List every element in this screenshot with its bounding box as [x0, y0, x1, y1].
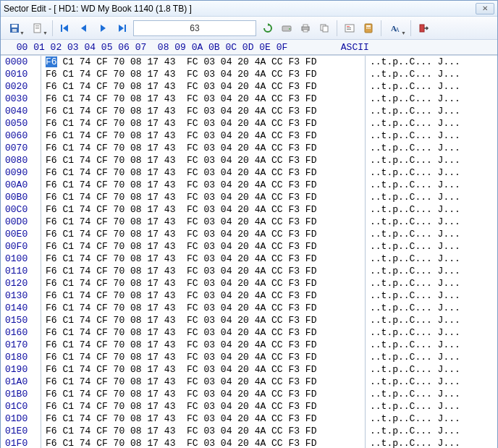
row-ascii[interactable]: ..t.p..C... J... — [366, 437, 497, 448]
row-hex-bytes[interactable]: F6 C1 74 CF 70 08 17 43 FC 03 04 20 4A C… — [41, 56, 366, 68]
hex-row[interactable]: 00B0F6 C1 74 CF 70 08 17 43 FC 03 04 20 … — [1, 191, 497, 203]
row-hex-bytes[interactable]: F6 C1 74 CF 70 08 17 43 FC 03 04 20 4A C… — [41, 363, 366, 376]
nav-prev-button[interactable] — [75, 20, 93, 37]
hex-row[interactable]: 00C0F6 C1 74 CF 70 08 17 43 FC 03 04 20 … — [1, 203, 497, 216]
row-ascii[interactable]: ..t.p..C... J... — [366, 117, 497, 130]
row-ascii[interactable]: ..t.p..C... J... — [366, 228, 497, 240]
row-hex-bytes[interactable]: F6 C1 74 CF 70 08 17 43 FC 03 04 20 4A C… — [41, 351, 366, 363]
hex-row[interactable]: 0080F6 C1 74 CF 70 08 17 43 FC 03 04 20 … — [1, 154, 497, 166]
row-hex-bytes[interactable]: F6 C1 74 CF 70 08 17 43 FC 03 04 20 4A C… — [41, 191, 366, 203]
row-ascii[interactable]: ..t.p..C... J... — [366, 56, 497, 68]
row-hex-bytes[interactable]: F6 C1 74 CF 70 08 17 43 FC 03 04 20 4A C… — [41, 117, 366, 130]
row-ascii[interactable]: ..t.p..C... J... — [366, 314, 497, 326]
row-hex-bytes[interactable]: F6 C1 74 CF 70 08 17 43 FC 03 04 20 4A C… — [41, 142, 366, 154]
row-hex-bytes[interactable]: F6 C1 74 CF 70 08 17 43 FC 03 04 20 4A C… — [41, 253, 366, 265]
row-ascii[interactable]: ..t.p..C... J... — [366, 130, 497, 142]
row-ascii[interactable]: ..t.p..C... J... — [366, 376, 497, 388]
row-ascii[interactable]: ..t.p..C... J... — [366, 80, 497, 93]
refresh-button[interactable] — [259, 20, 277, 37]
row-hex-bytes[interactable]: F6 C1 74 CF 70 08 17 43 FC 03 04 20 4A C… — [41, 425, 366, 437]
calculator-button[interactable] — [360, 20, 377, 37]
hex-row[interactable]: 0160F6 C1 74 CF 70 08 17 43 FC 03 04 20 … — [1, 326, 497, 339]
row-hex-bytes[interactable]: F6 C1 74 CF 70 08 17 43 FC 03 04 20 4A C… — [41, 166, 366, 179]
row-ascii[interactable]: ..t.p..C... J... — [366, 105, 497, 117]
row-hex-bytes[interactable]: F6 C1 74 CF 70 08 17 43 FC 03 04 20 4A C… — [41, 413, 366, 425]
exit-button[interactable] — [415, 20, 432, 37]
hex-row[interactable]: 0120F6 C1 74 CF 70 08 17 43 FC 03 04 20 … — [1, 277, 497, 289]
row-ascii[interactable]: ..t.p..C... J... — [366, 166, 497, 179]
row-ascii[interactable]: ..t.p..C... J... — [366, 326, 497, 339]
save-menu-button[interactable]: ▼ — [4, 20, 25, 37]
row-hex-bytes[interactable]: F6 C1 74 CF 70 08 17 43 FC 03 04 20 4A C… — [41, 400, 366, 413]
row-ascii[interactable]: ..t.p..C... J... — [366, 277, 497, 289]
row-ascii[interactable]: ..t.p..C... J... — [366, 302, 497, 314]
row-hex-bytes[interactable]: F6 C1 74 CF 70 08 17 43 FC 03 04 20 4A C… — [41, 93, 366, 105]
row-hex-bytes[interactable]: F6 C1 74 CF 70 08 17 43 FC 03 04 20 4A C… — [41, 203, 366, 216]
hex-row[interactable]: 0190F6 C1 74 CF 70 08 17 43 FC 03 04 20 … — [1, 363, 497, 376]
hex-row[interactable]: 00F0F6 C1 74 CF 70 08 17 43 FC 03 04 20 … — [1, 240, 497, 253]
row-ascii[interactable]: ..t.p..C... J... — [366, 363, 497, 376]
hex-row[interactable]: 01F0F6 C1 74 CF 70 08 17 43 FC 03 04 20 … — [1, 437, 497, 448]
hex-row[interactable]: 0000F6 C1 74 CF 70 08 17 43 FC 03 04 20 … — [1, 56, 497, 68]
row-hex-bytes[interactable]: F6 C1 74 CF 70 08 17 43 FC 03 04 20 4A C… — [41, 289, 366, 302]
row-hex-bytes[interactable]: F6 C1 74 CF 70 08 17 43 FC 03 04 20 4A C… — [41, 154, 366, 166]
hex-row[interactable]: 01C0F6 C1 74 CF 70 08 17 43 FC 03 04 20 … — [1, 400, 497, 413]
font-menu-button[interactable]: AA ▼ — [385, 20, 407, 37]
row-ascii[interactable]: ..t.p..C... J... — [366, 179, 497, 191]
selected-byte[interactable]: F6 — [46, 56, 57, 67]
close-button[interactable]: ✕ — [476, 3, 494, 14]
hex-row[interactable]: 0170F6 C1 74 CF 70 08 17 43 FC 03 04 20 … — [1, 339, 497, 351]
row-ascii[interactable]: ..t.p..C... J... — [366, 191, 497, 203]
row-ascii[interactable]: ..t.p..C... J... — [366, 425, 497, 437]
row-hex-bytes[interactable]: F6 C1 74 CF 70 08 17 43 FC 03 04 20 4A C… — [41, 302, 366, 314]
row-hex-bytes[interactable]: F6 C1 74 CF 70 08 17 43 FC 03 04 20 4A C… — [41, 105, 366, 117]
row-hex-bytes[interactable]: F6 C1 74 CF 70 08 17 43 FC 03 04 20 4A C… — [41, 265, 366, 277]
row-ascii[interactable]: ..t.p..C... J... — [366, 240, 497, 253]
row-hex-bytes[interactable]: F6 C1 74 CF 70 08 17 43 FC 03 04 20 4A C… — [41, 388, 366, 400]
row-ascii[interactable]: ..t.p..C... J... — [366, 289, 497, 302]
hex-row[interactable]: 0140F6 C1 74 CF 70 08 17 43 FC 03 04 20 … — [1, 302, 497, 314]
hex-row[interactable]: 0180F6 C1 74 CF 70 08 17 43 FC 03 04 20 … — [1, 351, 497, 363]
row-ascii[interactable]: ..t.p..C... J... — [366, 154, 497, 166]
row-hex-bytes[interactable]: F6 C1 74 CF 70 08 17 43 FC 03 04 20 4A C… — [41, 376, 366, 388]
open-menu-button[interactable]: ▼ — [27, 20, 48, 37]
row-ascii[interactable]: ..t.p..C... J... — [366, 265, 497, 277]
hex-row[interactable]: 01D0F6 C1 74 CF 70 08 17 43 FC 03 04 20 … — [1, 413, 497, 425]
hex-row[interactable]: 00A0F6 C1 74 CF 70 08 17 43 FC 03 04 20 … — [1, 179, 497, 191]
row-hex-bytes[interactable]: F6 C1 74 CF 70 08 17 43 FC 03 04 20 4A C… — [41, 80, 366, 93]
hex-row[interactable]: 01E0F6 C1 74 CF 70 08 17 43 FC 03 04 20 … — [1, 425, 497, 437]
row-hex-bytes[interactable]: F6 C1 74 CF 70 08 17 43 FC 03 04 20 4A C… — [41, 130, 366, 142]
hex-row[interactable]: 0150F6 C1 74 CF 70 08 17 43 FC 03 04 20 … — [1, 314, 497, 326]
row-ascii[interactable]: ..t.p..C... J... — [366, 413, 497, 425]
row-ascii[interactable]: ..t.p..C... J... — [366, 142, 497, 154]
row-ascii[interactable]: ..t.p..C... J... — [366, 253, 497, 265]
row-hex-bytes[interactable]: F6 C1 74 CF 70 08 17 43 FC 03 04 20 4A C… — [41, 179, 366, 191]
print-button[interactable] — [297, 20, 314, 37]
hex-row[interactable]: 00D0F6 C1 74 CF 70 08 17 43 FC 03 04 20 … — [1, 216, 497, 228]
copy-button[interactable] — [316, 20, 333, 37]
hex-row[interactable]: 01B0F6 C1 74 CF 70 08 17 43 FC 03 04 20 … — [1, 388, 497, 400]
hex-row[interactable]: 0130F6 C1 74 CF 70 08 17 43 FC 03 04 20 … — [1, 289, 497, 302]
row-hex-bytes[interactable]: F6 C1 74 CF 70 08 17 43 FC 03 04 20 4A C… — [41, 277, 366, 289]
hex-row[interactable]: 0010F6 C1 74 CF 70 08 17 43 FC 03 04 20 … — [1, 68, 497, 80]
drive-button[interactable] — [278, 20, 295, 37]
properties-button[interactable] — [341, 20, 358, 37]
row-ascii[interactable]: ..t.p..C... J... — [366, 203, 497, 216]
row-ascii[interactable]: ..t.p..C... J... — [366, 68, 497, 80]
hex-row[interactable]: 0020F6 C1 74 CF 70 08 17 43 FC 03 04 20 … — [1, 80, 497, 93]
hex-row[interactable]: 0070F6 C1 74 CF 70 08 17 43 FC 03 04 20 … — [1, 142, 497, 154]
hex-row[interactable]: 0040F6 C1 74 CF 70 08 17 43 FC 03 04 20 … — [1, 105, 497, 117]
row-ascii[interactable]: ..t.p..C... J... — [366, 339, 497, 351]
nav-next-button[interactable] — [94, 20, 111, 37]
row-hex-bytes[interactable]: F6 C1 74 CF 70 08 17 43 FC 03 04 20 4A C… — [41, 326, 366, 339]
sector-number-input[interactable] — [133, 20, 256, 36]
row-ascii[interactable]: ..t.p..C... J... — [366, 351, 497, 363]
row-ascii[interactable]: ..t.p..C... J... — [366, 216, 497, 228]
row-hex-bytes[interactable]: F6 C1 74 CF 70 08 17 43 FC 03 04 20 4A C… — [41, 437, 366, 448]
hex-row[interactable]: 0090F6 C1 74 CF 70 08 17 43 FC 03 04 20 … — [1, 166, 497, 179]
row-hex-bytes[interactable]: F6 C1 74 CF 70 08 17 43 FC 03 04 20 4A C… — [41, 216, 366, 228]
row-hex-bytes[interactable]: F6 C1 74 CF 70 08 17 43 FC 03 04 20 4A C… — [41, 240, 366, 253]
hex-row[interactable]: 0100F6 C1 74 CF 70 08 17 43 FC 03 04 20 … — [1, 253, 497, 265]
hex-grid[interactable]: 0000F6 C1 74 CF 70 08 17 43 FC 03 04 20 … — [1, 56, 497, 448]
row-ascii[interactable]: ..t.p..C... J... — [366, 93, 497, 105]
